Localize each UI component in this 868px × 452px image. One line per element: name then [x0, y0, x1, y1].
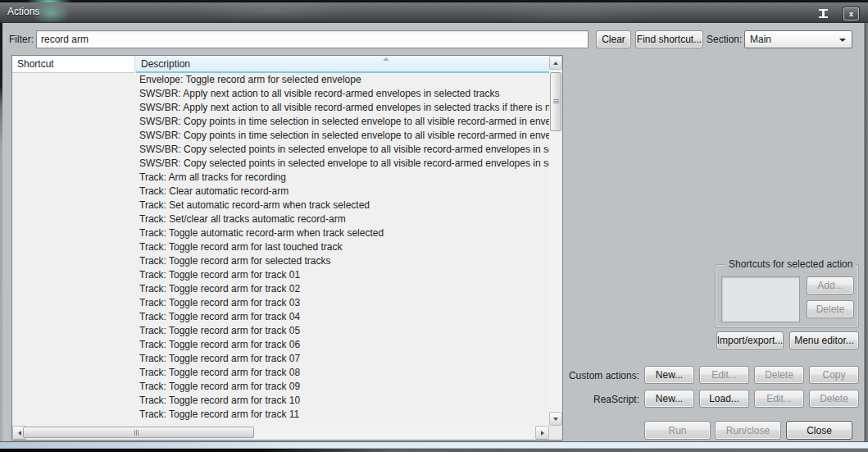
window-title: Actions: [7, 6, 39, 17]
shortcuts-groupbox-title: Shortcuts for selected action: [725, 258, 856, 270]
custom-new-button[interactable]: New...: [644, 366, 694, 384]
window-right-edge: [863, 23, 868, 441]
list-item[interactable]: Track: Toggle record arm for track 06: [12, 338, 549, 352]
menu-editor-button[interactable]: Menu editor...: [789, 331, 859, 349]
column-header-shortcut[interactable]: Shortcut: [12, 56, 135, 73]
list-item[interactable]: Track: Toggle record arm for selected tr…: [12, 254, 549, 268]
list-item[interactable]: Track: Toggle record arm for track 01: [12, 268, 549, 282]
list-item[interactable]: Track: Toggle record arm for track 10: [12, 394, 549, 408]
triangle-up-icon: [553, 62, 558, 65]
vertical-scrollbar[interactable]: [549, 56, 562, 426]
filter-label: Filter:: [9, 34, 34, 45]
close-button[interactable]: Close: [786, 421, 852, 440]
list-item[interactable]: SWS/BR: Copy selected points in selected…: [12, 143, 549, 157]
scrollbar-grip: [134, 430, 139, 436]
window-left-edge: [0, 23, 2, 441]
section-select[interactable]: Main: [744, 30, 852, 48]
custom-delete-button[interactable]: Delete: [754, 366, 804, 384]
triangle-right-icon: [541, 431, 544, 436]
run-button[interactable]: Run: [644, 421, 711, 440]
filter-input[interactable]: record arm: [36, 30, 589, 48]
reascript-label: ReaScript:: [564, 394, 639, 405]
custom-copy-button[interactable]: Copy: [809, 366, 859, 384]
list-item[interactable]: Track: Toggle record arm for track 08: [12, 366, 549, 380]
close-icon[interactable]: x: [843, 7, 859, 21]
list-item[interactable]: SWS/BR: Apply next action to all visible…: [12, 87, 549, 101]
list-item[interactable]: SWS/BR: Copy points in time selection in…: [12, 129, 549, 143]
import-export-button[interactable]: Import/export...: [716, 331, 784, 349]
list-item[interactable]: Track: Clear automatic record-arm: [12, 185, 549, 199]
list-item[interactable]: Track: Toggle record arm for track 11: [12, 408, 549, 422]
section-value: Main: [750, 34, 771, 45]
reascript-delete-button[interactable]: Delete: [809, 390, 859, 408]
list-item[interactable]: Track: Toggle record arm for track 04: [12, 310, 549, 324]
list-item[interactable]: Track: Arm all tracks for recording: [12, 171, 549, 185]
list-item[interactable]: SWS/BR: Apply next action to all visible…: [12, 101, 549, 115]
list-item[interactable]: Track: Toggle record arm for last touche…: [12, 240, 549, 254]
list-item[interactable]: Track: Toggle record arm for track 09: [12, 380, 549, 394]
scroll-right-button[interactable]: [535, 426, 549, 440]
action-list: Shortcut Description Envelope: Toggle re…: [11, 55, 563, 441]
scroll-down-button[interactable]: [549, 412, 562, 426]
scrollbar-corner: [549, 426, 562, 440]
aero-border: [0, 442, 868, 449]
chevron-down-icon: [839, 39, 846, 42]
window-bottom-edge: [0, 441, 868, 452]
reascript-load-button[interactable]: Load...: [699, 390, 749, 408]
bottom-shadow: [0, 449, 868, 452]
column-header-description[interactable]: Description: [136, 56, 549, 73]
shortcut-listbox[interactable]: [721, 276, 800, 322]
clear-button[interactable]: Clear: [596, 30, 631, 48]
list-item[interactable]: Envelope: Toggle record arm for selected…: [12, 73, 549, 87]
custom-actions-label: Custom actions:: [564, 370, 639, 381]
list-item[interactable]: Track: Set/clear all tracks automatic re…: [12, 212, 549, 226]
list-item[interactable]: Track: Toggle record arm for track 07: [12, 352, 549, 366]
delete-shortcut-button[interactable]: Delete: [807, 300, 854, 318]
horizontal-scrollbar-thumb[interactable]: [23, 427, 254, 438]
list-item[interactable]: SWS/BR: Copy selected points in selected…: [12, 157, 549, 171]
horizontal-scrollbar[interactable]: [12, 426, 549, 440]
list-item[interactable]: SWS/BR: Copy points in time selection in…: [12, 115, 549, 129]
list-item[interactable]: Track: Toggle automatic record-arm when …: [12, 226, 549, 240]
list-item[interactable]: Track: Toggle record arm for track 02: [12, 282, 549, 296]
pin-icon[interactable]: [818, 9, 829, 18]
action-list-rows: Envelope: Toggle record arm for selected…: [12, 73, 549, 426]
run-close-button[interactable]: Run/close: [715, 421, 781, 440]
list-item[interactable]: Track: Toggle record arm for track 05: [12, 324, 549, 338]
actions-window: Actions x Filter: record arm Clear Find …: [0, 0, 868, 452]
list-item[interactable]: Track: Set automatic record-arm when tra…: [12, 199, 549, 212]
custom-edit-button[interactable]: Edit...: [699, 366, 749, 384]
vertical-scrollbar-thumb[interactable]: [550, 72, 561, 131]
reascript-edit-button[interactable]: Edit...: [754, 390, 804, 408]
add-shortcut-button[interactable]: Add...: [807, 276, 854, 294]
titlebar[interactable]: Actions x: [0, 2, 868, 23]
list-item[interactable]: Track: Toggle record arm for track 03: [12, 296, 549, 310]
scroll-up-button[interactable]: [549, 56, 562, 70]
sort-ascending-icon: [383, 57, 389, 61]
find-shortcut-button[interactable]: Find shortcut...: [635, 30, 703, 48]
scrollbar-grip: [553, 99, 559, 104]
section-label: Section:: [707, 34, 742, 45]
triangle-down-icon: [553, 418, 558, 421]
triangle-left-icon: [18, 431, 21, 436]
list-header: Shortcut Description: [12, 56, 549, 73]
reascript-new-button[interactable]: New...: [644, 390, 694, 408]
